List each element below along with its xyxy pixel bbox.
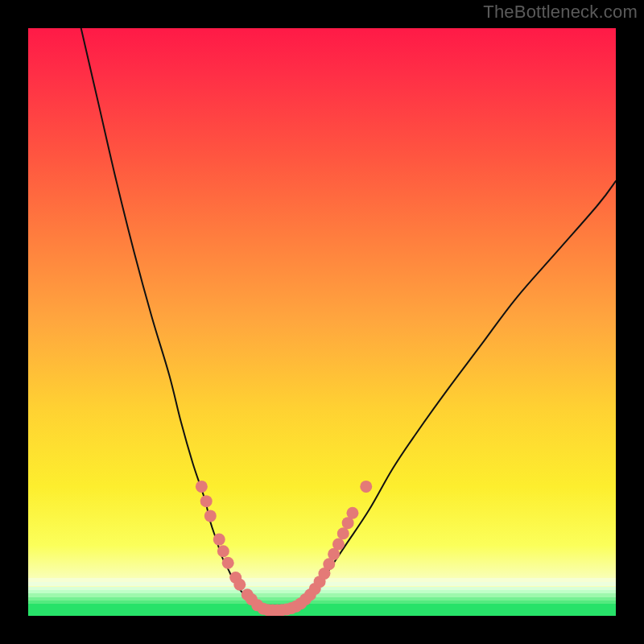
curve-layer <box>28 28 616 616</box>
marker-group <box>196 481 372 616</box>
data-marker <box>332 538 345 550</box>
watermark-text: TheBottleneck.com <box>483 2 638 23</box>
data-marker <box>346 507 358 519</box>
data-marker <box>204 510 217 522</box>
data-marker <box>196 481 208 493</box>
chart-frame: TheBottleneck.com <box>0 0 644 644</box>
data-marker <box>222 557 234 569</box>
data-marker <box>217 545 229 557</box>
data-marker <box>213 534 225 546</box>
plot-area <box>28 28 616 616</box>
data-marker <box>337 527 349 539</box>
data-marker <box>200 495 213 507</box>
data-marker <box>233 579 246 591</box>
data-marker <box>360 481 372 493</box>
